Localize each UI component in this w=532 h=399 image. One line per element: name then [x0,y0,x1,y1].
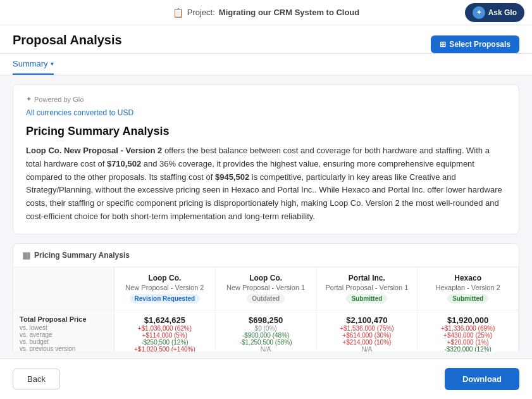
glo-icon: ✦ [473,6,485,19]
project-label: Project: [187,8,215,17]
cell-sub-value: -$320,000 (12%) [423,346,513,352]
company-name: Loop Co. [221,274,311,282]
proposal-name: Portal Proposal - Version 1 [322,284,412,291]
company-name: Portal Inc. [322,274,412,282]
sub-labels: vs. lowestvs. averagevs. budgetvs. previ… [20,324,75,352]
cell-sub-value: -$250,500 (12%) [120,339,210,346]
download-button[interactable]: Download [445,368,519,390]
pricing-table-title: Pricing Summary Analysis [34,251,130,260]
cell-sub-value: +$20,000 (1%) [423,339,513,346]
cell-main-value: $1,920,000 [447,315,488,325]
cell-sub-value: $0 (0%) [221,325,311,332]
main-content: ✦ Powered by Glo All currencies converte… [0,75,532,352]
proposal-name: New Proposal - Version 1 [221,284,311,291]
cell-0-2: $2,100,470+$1,536,000 (75%)+$614,000 (30… [317,310,418,352]
cell-0-0: $1,624,625+$1,036,000 (62%)+$114,000 (5%… [114,310,216,352]
cell-sub-value: N/A [322,346,412,352]
tab-summary[interactable]: Summary ▾ [13,54,54,75]
project-name: Migrating our CRM System to Cloud [219,8,359,17]
top-bar: 📋 Project: Migrating our CRM System to C… [0,0,532,25]
col-header-3: Hexaco Hexaplan - Version 2 Submitted [418,267,519,310]
select-icon: ⊞ [440,40,446,49]
sparkle-icon: ✦ [26,95,32,103]
row-label-text: Total Proposal Price [20,315,87,323]
sub-label-item: vs. lowest [20,324,75,331]
back-button[interactable]: Back [13,369,60,390]
sub-label-item: vs. average [20,331,75,338]
cell-sub-value: -$900,000 (48%) [221,332,311,339]
col-header-1: Loop Co. New Proposal - Version 1 Outdat… [216,267,317,310]
ai-analysis-section: ✦ Powered by Glo All currencies converte… [13,84,519,234]
cell-sub-value: -$1,250,500 (58%) [221,339,311,346]
project-title: 📋 Project: Migrating our CRM System to C… [173,8,360,18]
ask-glo-button[interactable]: ✦ Ask Glo [465,3,524,22]
select-proposals-button[interactable]: ⊞ Select Proposals [431,35,519,53]
proposal-name: Hexaplan - Version 2 [423,284,513,291]
cell-sub-value: +$114,000 (5%) [120,332,210,339]
select-proposals-label: Select Proposals [449,40,510,49]
proposals-grid: Loop Co. New Proposal - Version 2 Revisi… [13,267,519,352]
project-icon: 📋 [173,8,183,18]
empty-header [13,267,114,310]
cell-sub-value: +$614,000 (30%) [322,332,412,339]
page-title: Proposal Analysis [13,33,122,48]
cell-sub-value: +$1,020,500 (+140%) [120,346,210,352]
cell-main-value: $2,100,470 [346,315,387,325]
cell-sub-value: N/A [221,346,311,352]
status-badge: Submitted [346,294,387,303]
powered-by: ✦ Powered by Glo [26,95,506,103]
table-icon: ▦ [22,250,30,260]
cell-sub-value: +$430,000 (25%) [423,332,513,339]
cell-main-value: $698,250 [249,315,283,325]
proposal-name: New Proposal - Version 2 [120,284,210,291]
ask-glo-label: Ask Glo [488,8,517,17]
status-badge: Outdated [247,294,285,303]
page-header: Proposal Analysis ⊞ Select Proposals [0,25,532,54]
tab-summary-label: Summary [13,59,48,68]
cell-0-3: $1,920,000+$1,336,000 (69%)+$430,000 (25… [418,310,519,352]
row-label-0: Total Proposal Pricevs. lowestvs. averag… [13,310,114,352]
pricing-table-header: ▦ Pricing Summary Analysis [13,244,519,267]
status-badge: Submitted [447,294,488,303]
cell-sub-value: +$214,000 (10%) [322,339,412,346]
cell-sub-value: +$1,336,000 (69%) [423,325,513,332]
pricing-table-card: ▦ Pricing Summary Analysis Loop Co. New … [13,243,519,352]
cell-sub-value: +$1,536,000 (75%) [322,325,412,332]
cell-0-1: $698,250$0 (0%)-$900,000 (48%)-$1,250,50… [216,310,317,352]
company-name: Hexaco [423,274,513,282]
ai-heading: Pricing Summary Analysis [26,125,506,138]
company-name: Loop Co. [120,274,210,282]
chevron-down-icon: ▾ [51,60,54,67]
status-badge: Revision Requested [130,294,201,303]
col-header-2: Portal Inc. Portal Proposal - Version 1 … [317,267,418,310]
powered-by-label: Powered by Glo [34,96,84,103]
ai-body: Loop Co. New Proposal - Version 2 offers… [26,144,506,224]
bottom-bar: Back Download [0,358,532,399]
tab-bar: Summary ▾ [0,54,532,75]
currencies-note[interactable]: All currencies converted to USD [26,108,506,117]
sub-label-item: vs. budget [20,338,75,345]
sub-label-item: vs. previous version [20,345,75,352]
cell-sub-value: +$1,036,000 (62%) [120,325,210,332]
cell-main-value: $1,624,625 [144,315,185,325]
col-header-0: Loop Co. New Proposal - Version 2 Revisi… [114,267,216,310]
